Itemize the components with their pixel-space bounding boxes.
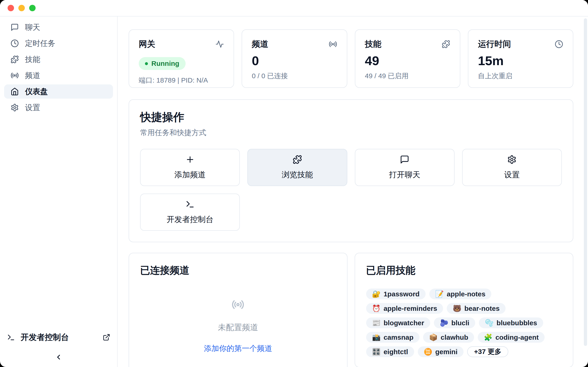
stat-title: 运行时间 (478, 39, 511, 50)
skill-badge: 📝apple-notes (429, 289, 492, 299)
skill-badge: 🧩coding-agent (478, 332, 545, 343)
skill-emoji: 🫧 (485, 319, 493, 326)
stat-value: 15m (478, 54, 563, 67)
skill-name: bear-notes (464, 305, 500, 312)
quick-action-label: 浏览技能 (282, 169, 313, 180)
skill-emoji: 📝 (435, 291, 444, 298)
channels-empty-state: 未配置频道 添加你的第一个频道 (140, 277, 336, 354)
terminal-icon (185, 200, 195, 209)
status-dot (145, 62, 148, 65)
skill-name: clawhub (441, 334, 468, 341)
quick-action-label: 设置 (504, 169, 520, 180)
browse-skills-button[interactable]: 浏览技能 (247, 149, 347, 186)
quick-actions-card: 快捷操作 常用任务和快捷方式 添加频道 浏览技能 打开聊天 (129, 99, 573, 242)
skill-emoji: 🫐 (440, 319, 448, 326)
dev-console-button[interactable]: 开发者控制台 (140, 194, 240, 231)
skill-badge: ♊️gemini (418, 346, 464, 357)
app-window: 聊天 定时任务 技能 频道 仪表盘 设置 (0, 0, 588, 367)
sidebar-item-label: 仪表盘 (25, 86, 48, 97)
skill-emoji: 📸 (372, 334, 380, 341)
traffic-light-zoom[interactable] (29, 5, 36, 11)
sidebar-collapse-button[interactable] (4, 353, 113, 361)
chat-icon (10, 23, 19, 31)
skill-name: blogwatcher (384, 319, 424, 327)
skill-name: gemini (435, 348, 458, 356)
sidebar: 聊天 定时任务 技能 频道 仪表盘 设置 (0, 17, 118, 367)
sidebar-item-channels[interactable]: 频道 (4, 68, 113, 83)
stat-title: 频道 (252, 39, 268, 50)
quick-actions-grid: 添加频道 浏览技能 打开聊天 设置 (140, 149, 562, 231)
skill-emoji: 🔐 (372, 291, 380, 298)
stats-row: 网关 Running 端口: 18789 | PID: N/A 频道 0 (129, 29, 573, 88)
add-first-channel-link[interactable]: 添加你的第一个频道 (204, 343, 272, 354)
stat-detail: 49 / 49 已启用 (365, 71, 450, 81)
stat-detail: 0 / 0 已连接 (252, 71, 337, 81)
skill-emoji: 🎛️ (372, 348, 380, 355)
stat-card-uptime: 运行时间 15m 自上次重启 (468, 29, 573, 88)
clock-icon (555, 40, 563, 48)
sidebar-item-skills[interactable]: 技能 (4, 52, 113, 67)
dev-console-link[interactable]: 开发者控制台 (4, 332, 113, 343)
sidebar-item-label: 频道 (25, 70, 40, 81)
skill-name: coding-agent (495, 334, 539, 341)
enabled-skills-panel: 已启用技能 🔐1password 📝apple-notes ⏰apple-rem… (355, 253, 573, 367)
sidebar-item-scheduled-tasks[interactable]: 定时任务 (4, 36, 113, 50)
puzzle-icon (293, 155, 302, 164)
dev-console-label: 开发者控制台 (21, 332, 69, 343)
titlebar (0, 0, 588, 17)
skill-name: bluebubbles (497, 319, 537, 327)
settings-button[interactable]: 设置 (462, 149, 562, 186)
skill-name: camsnap (384, 334, 414, 341)
radio-icon (329, 40, 337, 48)
stat-value: 49 (365, 54, 450, 67)
skill-emoji: 📰 (372, 319, 380, 326)
quick-actions-subtitle: 常用任务和快捷方式 (140, 128, 562, 138)
stat-detail: 自上次重启 (478, 71, 563, 81)
open-chat-button[interactable]: 打开聊天 (355, 149, 455, 186)
more-skills-button[interactable]: +37 更多 (467, 346, 508, 357)
skill-emoji: 🐻 (453, 305, 461, 312)
skill-badge: 📦clawhub (423, 332, 474, 343)
stat-card-channels: 频道 0 0 / 0 已连接 (242, 29, 347, 88)
skills-badge-list: 🔐1password 📝apple-notes ⏰apple-reminders… (366, 289, 562, 357)
stat-title: 技能 (365, 39, 381, 50)
skill-badge: 🔐1password (366, 289, 426, 299)
skill-name: blucli (451, 319, 469, 327)
stat-detail: 端口: 18789 | PID: N/A (139, 76, 224, 85)
stat-card-skills: 技能 49 49 / 49 已启用 (355, 29, 460, 88)
stat-value: 0 (252, 54, 337, 67)
quick-action-label: 添加频道 (174, 169, 206, 180)
puzzle-icon (10, 55, 19, 64)
home-icon (10, 87, 19, 96)
main-content: 网关 Running 端口: 18789 | PID: N/A 频道 0 (118, 17, 588, 367)
gear-icon (507, 155, 517, 164)
skill-badge: 🫐blucli (434, 317, 476, 328)
quick-actions-title: 快捷操作 (140, 110, 562, 125)
scrollbar-thumb[interactable] (584, 18, 587, 346)
traffic-light-close[interactable] (8, 5, 14, 11)
external-link-icon[interactable] (103, 334, 110, 341)
sidebar-item-chat[interactable]: 聊天 (4, 20, 113, 34)
bottom-panels: 已连接频道 未配置频道 添加你的第一个频道 已启用技能 🔐1password 📝… (129, 253, 573, 367)
sidebar-item-dashboard[interactable]: 仪表盘 (4, 84, 113, 99)
sidebar-item-settings[interactable]: 设置 (4, 100, 113, 115)
enabled-skills-title: 已启用技能 (366, 264, 562, 277)
skill-badge: 📸camsnap (366, 332, 420, 343)
traffic-light-minimize[interactable] (18, 5, 25, 11)
skill-emoji: ⏰ (372, 305, 380, 312)
skill-badge: 🐻bear-notes (447, 303, 506, 314)
skill-name: eightctl (384, 348, 408, 356)
gear-icon (10, 103, 19, 112)
skill-badge: 🫧bluebubbles (479, 317, 543, 328)
add-channel-button[interactable]: 添加频道 (140, 149, 240, 186)
chevron-left-icon (55, 353, 62, 361)
status-badge-running: Running (139, 57, 186, 70)
chat-icon (400, 155, 409, 164)
skill-badge: 📰blogwatcher (366, 317, 430, 328)
skill-emoji: ♊️ (424, 348, 432, 355)
stat-title: 网关 (139, 39, 155, 50)
skill-emoji: 📦 (429, 334, 438, 341)
clock-icon (10, 39, 19, 48)
connected-channels-panel: 已连接频道 未配置频道 添加你的第一个频道 (129, 253, 347, 367)
sidebar-item-label: 设置 (25, 102, 40, 113)
